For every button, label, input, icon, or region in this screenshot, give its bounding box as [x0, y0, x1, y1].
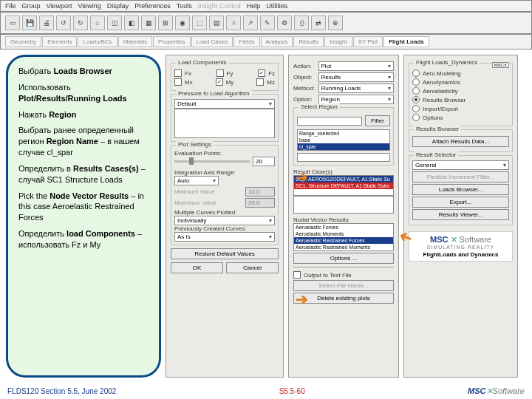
select-action[interactable]: Plot [318, 61, 394, 71]
tab-row: Geometry Elements Loads/BCs Materials Pr… [0, 34, 532, 50]
menu-help[interactable]: Help [247, 2, 261, 10]
menu-preferences[interactable]: Preferences [134, 2, 171, 10]
toolbar-icon[interactable]: ▦ [141, 16, 156, 30]
loads-browser-button[interactable]: Loads Browser... [412, 184, 509, 195]
tab-xyplot[interactable]: XY Plot [353, 36, 383, 47]
checkbox-fz[interactable] [258, 69, 265, 77]
select-object[interactable]: Results [318, 72, 394, 82]
toolbar-icon[interactable]: ◫ [107, 16, 122, 30]
result-case-list[interactable]: SC1, AERO5G2ODEFAULT, A1:Static Su SC1, … [293, 175, 394, 196]
toolbar-icon[interactable]: ⬚ [192, 16, 207, 30]
menu-tools[interactable]: Tools [177, 2, 192, 10]
panel-flight-loads: Flight Loads_Dynamics MSCX Aero Modeling… [403, 55, 518, 378]
select-int-axis[interactable]: Auto [174, 176, 219, 185]
tab-properties[interactable]: Properties [153, 36, 190, 47]
filter-button[interactable]: Filter [365, 115, 390, 126]
msc-logo: MSC ✕ Software SIMULATING REALITY Flight… [409, 231, 513, 262]
group-title: Select Region [299, 103, 340, 110]
tab-results[interactable]: Results [293, 36, 324, 47]
toolbar-icon[interactable]: ↺ [56, 16, 71, 30]
menu-viewport[interactable]: Viewport [47, 2, 72, 10]
footer: FLDS120 Section 5.5, June 2002 S5.5-60 M… [0, 386, 532, 396]
select-result-selector[interactable]: General [412, 160, 509, 170]
group-title: Flight Loads_Dynamics [414, 59, 480, 66]
checkbox-fy[interactable] [216, 69, 224, 77]
menu-utilities[interactable]: Utilities [266, 2, 287, 10]
toolbar-icon[interactable]: 💾 [22, 16, 37, 30]
group-title: Result Selector [414, 151, 458, 158]
group-title: Plot Settings [176, 141, 214, 148]
restore-defaults-button[interactable]: Restore Default Values [171, 248, 279, 259]
export-button[interactable]: Export... [412, 197, 509, 208]
group-title: Results Browser [414, 126, 461, 132]
radio-import-export[interactable] [412, 105, 420, 112]
toolbar-icon[interactable]: ✎ [260, 16, 275, 30]
toolbar-icon[interactable]: ⇄ [311, 16, 326, 30]
tab-flightloads[interactable]: Flight Loads [383, 36, 429, 47]
toolbar-icon[interactable]: 🖨 [39, 16, 54, 30]
results-viewer-button[interactable]: Results Viewer... [412, 209, 509, 220]
select-p2l-algorithm[interactable]: Default [174, 99, 275, 109]
algorithm-list[interactable] [174, 109, 275, 138]
radio-options[interactable] [412, 114, 420, 121]
menu-insight-control: Insight Control [198, 2, 241, 10]
toolbar-icon[interactable]: ⊕ [328, 16, 343, 30]
toolbar-icon[interactable]: ⚙ [277, 16, 292, 30]
tab-loadsbcs[interactable]: Loads/BCs [78, 36, 117, 47]
toolbar-icon[interactable]: ◉ [175, 16, 190, 30]
checkbox-mz[interactable] [256, 78, 264, 86]
select-prev-curves[interactable]: As Is [174, 232, 275, 242]
toolbar-icon[interactable]: ▤ [209, 16, 224, 30]
toolbar-icon[interactable]: ⊞ [158, 16, 173, 30]
toolbar-icon[interactable]: ⎙ [294, 16, 309, 30]
cancel-button[interactable]: Cancel [226, 262, 279, 273]
flex-increment-button: Flexible Increment Filter... [412, 171, 509, 183]
checkbox-output-text[interactable] [293, 271, 301, 279]
tab-loadcases[interactable]: Load Cases [191, 36, 233, 47]
tab-geometry[interactable]: Geometry [5, 36, 41, 47]
checkbox-fx[interactable] [174, 69, 182, 77]
filter-input[interactable] [297, 117, 362, 126]
footer-left: FLDS120 Section 5.5, June 2002 [7, 387, 116, 395]
attach-results-button[interactable]: Attach Results Data... [412, 136, 509, 147]
checkbox-mx[interactable] [174, 78, 182, 86]
region-list[interactable]: Range_xselected base cl_spar [297, 129, 390, 151]
region-field[interactable] [297, 153, 390, 162]
toolbar: ▭ 💾 🖨 ↺ ↻ ⌂ ◫ ◧ ▦ ⊞ ◉ ⬚ ▤ ⌗ ↗ ✎ ⚙ ⎙ ⇄ ⊕ [0, 12, 532, 34]
toolbar-icon[interactable]: ⌂ [90, 16, 105, 30]
ok-button[interactable]: OK [171, 262, 223, 273]
delete-plots-button[interactable]: Delete existing plots [293, 293, 394, 304]
toolbar-icon[interactable]: ↗ [243, 16, 258, 30]
result-case-box[interactable] [293, 196, 394, 214]
slider-eval-points[interactable]: 20 [174, 157, 275, 166]
tab-insight[interactable]: Insight [324, 36, 352, 47]
radio-aerodynamics[interactable] [412, 78, 420, 86]
menu-file[interactable]: File [5, 2, 16, 10]
toolbar-icon[interactable]: ⌗ [226, 16, 241, 30]
select-multi-curves[interactable]: Individually [174, 216, 275, 225]
menu-group[interactable]: Group [22, 2, 41, 10]
tab-elements[interactable]: Elements [42, 36, 77, 47]
radio-results-browser[interactable] [412, 96, 420, 103]
panel-plot-options: Load Components Fx Fy Fz Mx My Mz Pressu… [166, 55, 284, 378]
instruction-callout: Выбрать Loads Browser Использовать Plot/… [6, 55, 161, 378]
radio-aeroelasticity[interactable] [412, 87, 420, 95]
select-method[interactable]: Running Loads [318, 83, 394, 93]
toolbar-icon[interactable]: ↻ [73, 16, 88, 30]
tab-analysis[interactable]: Analysis [261, 36, 293, 47]
menubar[interactable]: File Group Viewport Viewing Display Pref… [0, 0, 532, 12]
tab-materials[interactable]: Materials [118, 36, 152, 47]
checkbox-my[interactable] [216, 78, 223, 86]
tab-fields[interactable]: Fields [233, 36, 259, 47]
radio-aero-modeling[interactable] [412, 69, 420, 77]
select-filename-button: Select File Name... [293, 280, 394, 291]
toolbar-icon[interactable]: ◧ [124, 16, 139, 30]
nodal-vector-list[interactable]: Aeroelastic Forces Aeroelastic Moments A… [293, 223, 394, 251]
options-button[interactable]: Options ... [293, 253, 394, 264]
menu-viewing[interactable]: Viewing [78, 2, 100, 10]
group-title: Pressure to Load Algorithm [176, 90, 252, 97]
panel-selection: Action:Plot Object:Results Method:Runnin… [288, 55, 399, 378]
menu-display[interactable]: Display [107, 2, 129, 10]
footer-logo: MSC✕Software [468, 386, 525, 396]
toolbar-icon[interactable]: ▭ [5, 16, 20, 30]
